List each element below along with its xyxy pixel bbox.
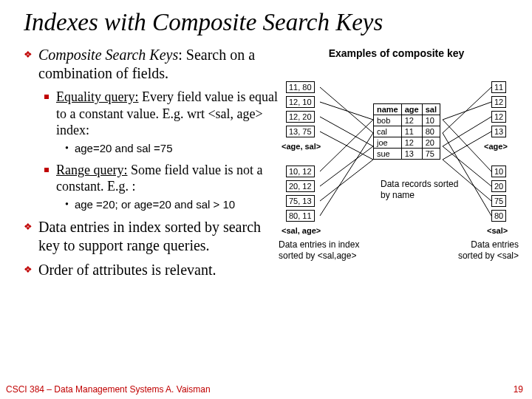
- b3b-text: age =20; or age=20 and sal > 10: [75, 198, 235, 211]
- idx-age-sal-1: 12, 10: [286, 96, 315, 108]
- bullet-range-example: • age =20; or age=20 and sal > 10: [65, 198, 279, 211]
- caption-table: Data records sorted by name: [381, 179, 462, 200]
- diamond-icon: ❖: [24, 49, 33, 83]
- table-row: bob 12 10: [374, 115, 440, 126]
- b3a-text: age=20 and sal =75: [75, 142, 173, 154]
- table-row: sue 13 75: [374, 149, 440, 160]
- label-age: <age>: [484, 142, 508, 151]
- table-row: cal 11 80: [374, 126, 440, 137]
- bullet-order: ❖ Order of attributes is relevant.: [24, 261, 279, 279]
- idx-sal-age-0: 10, 12: [286, 166, 315, 177]
- svg-line-5: [320, 146, 373, 186]
- b2a-u: Equality query:: [56, 89, 138, 104]
- slide-title: Indexes with Composite Search Keys: [24, 9, 514, 35]
- svg-line-0: [320, 87, 373, 133]
- page-number: 19: [514, 384, 523, 395]
- idx-sal-2: 75: [491, 195, 506, 207]
- footer: CSCI 384 – Data Management Systems A. Va…: [6, 384, 523, 395]
- idx-sal-age-1: 20, 12: [286, 180, 315, 192]
- idx-age-2: 12: [491, 111, 506, 123]
- diamond-icon: ❖: [24, 264, 33, 279]
- label-age-sal: <age, sal>: [282, 142, 321, 151]
- idx-age-sal-0: 11, 80: [286, 81, 315, 93]
- bullet-dot-icon: •: [65, 143, 69, 154]
- label-sal: <sal>: [487, 226, 508, 235]
- svg-line-3: [320, 132, 373, 160]
- bullet-sorted: ❖ Data entries in index sorted by search…: [24, 218, 279, 255]
- diamond-icon: ❖: [24, 221, 33, 255]
- svg-line-2: [320, 117, 373, 146]
- idx-sal-0: 10: [491, 166, 506, 177]
- svg-line-7: [320, 133, 373, 216]
- b1a-em: Composite Search Keys: [38, 47, 178, 63]
- svg-line-4: [320, 120, 373, 171]
- bullet-eq-example: • age=20 and sal =75: [65, 142, 279, 154]
- svg-line-8: [443, 87, 491, 133]
- b1c-text: Order of attributes is relevant.: [38, 261, 216, 279]
- th-age: age: [401, 104, 422, 115]
- idx-age-1: 12: [491, 96, 506, 108]
- idx-sal-age-2: 75, 13: [286, 195, 315, 207]
- examples-title: Examples of composite key: [279, 47, 514, 59]
- idx-sal-age-3: 80, 11: [286, 210, 315, 222]
- caption-left: Data entries in index sorted by <sal,age…: [279, 239, 382, 261]
- table-row: joe 12 20: [374, 137, 440, 149]
- right-column: Examples of composite key: [279, 46, 514, 312]
- svg-line-6: [320, 160, 373, 201]
- idx-age-0: 11: [491, 81, 506, 93]
- b1b-text: Data entries in index sorted by search k…: [38, 218, 279, 255]
- square-icon: [44, 168, 49, 172]
- idx-age-3: 13: [491, 126, 506, 137]
- left-column: ❖ Composite Search Keys: Search on a com…: [24, 46, 279, 279]
- svg-line-1: [320, 102, 373, 120]
- svg-line-9: [443, 102, 491, 120]
- th-sal: sal: [422, 104, 440, 115]
- idx-sal-3: 80: [491, 210, 506, 222]
- bullet-dot-icon: •: [65, 199, 69, 211]
- idx-age-sal-3: 13, 75: [286, 126, 315, 137]
- square-icon: [44, 95, 49, 99]
- idx-sal-1: 20: [491, 180, 506, 192]
- idx-age-sal-2: 12, 20: [286, 111, 315, 123]
- bullet-range-query: Range query: Some field value is not a c…: [44, 162, 279, 195]
- bullet-composite-keys: ❖ Composite Search Keys: Search on a com…: [24, 46, 279, 83]
- th-name: name: [374, 104, 402, 115]
- caption-right: Data entries sorted by <sal>: [445, 239, 519, 261]
- diagram: 11, 80 12, 10 12, 20 13, 75 <age, sal> 1…: [279, 75, 514, 312]
- label-sal-age: <sal, age>: [282, 226, 321, 235]
- data-table: name age sal bob 12 10 cal 11 80: [373, 103, 440, 160]
- b2b-u: Range query:: [56, 163, 127, 177]
- footer-text: CSCI 384 – Data Management Systems A. Va…: [6, 384, 211, 395]
- bullet-equality-query: Equality query: Every field value is equ…: [44, 89, 279, 139]
